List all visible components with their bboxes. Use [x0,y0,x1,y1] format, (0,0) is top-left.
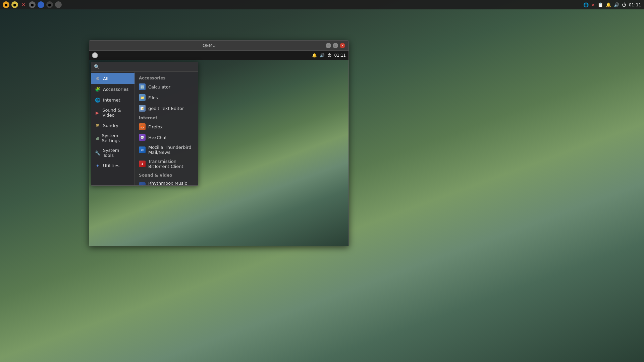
sound-video-section-header: Sound & Video [135,171,198,179]
qemu-close-button[interactable]: ✕ [340,43,345,48]
taskbar-icon-1[interactable]: ● [11,1,18,8]
app-item-hexchat[interactable]: 💬 HexChat [135,132,198,143]
virt-desktop: 🔍 ⚙ All 🧩 Accessories [89,60,348,246]
grid-icon: ⊞ [95,122,101,128]
taskbar-time: 01:11 [629,2,641,7]
firefox-label: Firefox [148,124,163,129]
thunderbird-label: Mozilla Thunderbird Mail/News [148,145,194,155]
gedit-label: gedit Text Editor [148,106,184,111]
qemu-minimize-button[interactable]: – [326,43,331,48]
files-icon: 📁 [139,94,146,101]
taskbar-clipboard-icon[interactable]: 📋 [598,2,603,7]
virt-power-icon[interactable]: ⏻ [327,53,331,58]
virt-taskbar-left [92,52,98,58]
app-menu: 🔍 ⚙ All 🧩 Accessories [91,62,198,186]
menu-body: ⚙ All 🧩 Accessories 🌐 Internet ▶ [91,72,198,185]
app-item-firefox[interactable]: 🦊 Firefox [135,121,198,132]
sidebar-item-accessories[interactable]: 🧩 Accessories [91,84,135,95]
gedit-icon: 📝 [139,105,146,112]
calculator-icon: 🔢 [139,83,146,90]
sidebar-item-sound-video-label: Sound & Video [102,108,131,118]
taskbar-icon-6[interactable] [55,1,62,8]
qemu-window-title: QEMU [93,43,326,48]
sidebar-item-sound-video[interactable]: ▶ Sound & Video [91,105,135,120]
taskbar-right: 🌐 ✕ 📋 🔔 🔊 ⏻ 01:11 [583,2,641,7]
app-item-files[interactable]: 📁 Files [135,92,198,103]
taskbar-power-icon[interactable]: ⏻ [622,2,626,7]
qemu-window: QEMU – □ ✕ 🔔 🔊 ⏻ 01:11 � [89,40,349,246]
sidebar-item-system-settings-label: System Settings [102,133,131,143]
qemu-titlebar: QEMU – □ ✕ [89,41,348,51]
wrench-icon: 🔧 [95,150,101,156]
sidebar-item-accessories-label: Accessories [103,87,128,92]
taskbar-icon-5[interactable]: ● [46,1,53,8]
sidebar-item-all-label: All [103,76,108,81]
monitor-icon: 🖥 [95,135,100,141]
rhythmbox-icon: ♫ [139,182,146,185]
qemu-window-controls: – □ ✕ [326,43,345,48]
taskbar-icon-3[interactable]: ● [29,1,36,8]
taskbar: ● ● ✕ ● ● 🌐 ✕ 📋 🔔 🔊 ⏻ 01:11 [0,0,644,9]
taskbar-chrome-icon[interactable]: 🌐 [583,2,589,7]
transmission-label: Transmission BitTorrent Client [148,159,194,169]
sidebar-item-system-tools-label: System Tools [103,148,131,158]
gear-icon: ⚙ [95,75,101,81]
app-item-gedit[interactable]: 📝 gedit Text Editor [135,103,198,114]
sidebar-item-system-tools[interactable]: 🔧 System Tools [91,145,135,160]
taskbar-left: ● ● ✕ ● ● [3,1,62,8]
calculator-label: Calculator [148,84,170,89]
app-item-thunderbird[interactable]: ✉ Mozilla Thunderbird Mail/News [135,143,198,157]
sidebar-item-sundry-label: Sundry [103,123,118,128]
taskbar-bell-icon[interactable]: 🔔 [606,2,611,7]
taskbar-icon-4[interactable] [38,1,44,8]
sidebar-item-internet-label: Internet [103,98,120,103]
sidebar-item-utilities-label: Utilities [103,163,119,168]
internet-section-header: Internet [135,114,198,121]
virt-circle-icon[interactable] [92,52,98,58]
virt-volume-icon[interactable]: 🔊 [320,53,325,58]
sidebar-item-sundry[interactable]: ⊞ Sundry [91,120,135,131]
virt-taskbar-right: 🔔 🔊 ⏻ 01:11 [312,53,346,58]
app-item-transmission[interactable]: ⬇ Transmission BitTorrent Client [135,157,198,171]
hexchat-label: HexChat [148,135,167,140]
qemu-inner: 🔔 🔊 ⏻ 01:11 🔍 ⚙ [89,51,348,246]
files-label: Files [148,95,158,100]
rhythmbox-label: Rhythmbox Music Player [148,181,194,185]
taskbar-x-icon[interactable]: ✕ [591,2,595,7]
thunderbird-icon: ✉ [139,146,146,153]
taskbar-icon-start[interactable]: ● [3,1,9,8]
sidebar-item-all[interactable]: ⚙ All [91,73,135,84]
app-item-rhythmbox[interactable]: ♫ Rhythmbox Music Player [135,179,198,185]
puzzle-icon: 🧩 [95,86,101,92]
sidebar-item-utilities[interactable]: ✦ Utilities [91,160,135,171]
virt-bell-icon[interactable]: 🔔 [312,53,317,58]
accessories-section-header: Accessories [135,74,198,81]
taskbar-icon-2[interactable]: ✕ [20,1,27,8]
sidebar-item-system-settings[interactable]: 🖥 System Settings [91,131,135,145]
firefox-icon: 🦊 [139,123,146,130]
globe-icon: 🌐 [95,97,101,103]
menu-content: Accessories 🔢 Calculator 📁 Files 📝 gedit… [135,72,198,185]
menu-sidebar: ⚙ All 🧩 Accessories 🌐 Internet ▶ [91,72,135,185]
hexchat-icon: 💬 [139,134,146,141]
search-input[interactable] [101,64,195,69]
transmission-icon: ⬇ [139,161,146,167]
search-icon: 🔍 [94,64,100,69]
search-bar: 🔍 [91,62,198,72]
play-icon: ▶ [95,110,100,116]
virt-taskbar: 🔔 🔊 ⏻ 01:11 [89,51,348,60]
qemu-maximize-button[interactable]: □ [333,43,338,48]
utilities-icon: ✦ [95,163,101,169]
taskbar-volume-icon[interactable]: 🔊 [614,2,619,7]
sidebar-item-internet[interactable]: 🌐 Internet [91,95,135,105]
virt-time: 01:11 [334,53,346,58]
app-item-calculator[interactable]: 🔢 Calculator [135,81,198,92]
